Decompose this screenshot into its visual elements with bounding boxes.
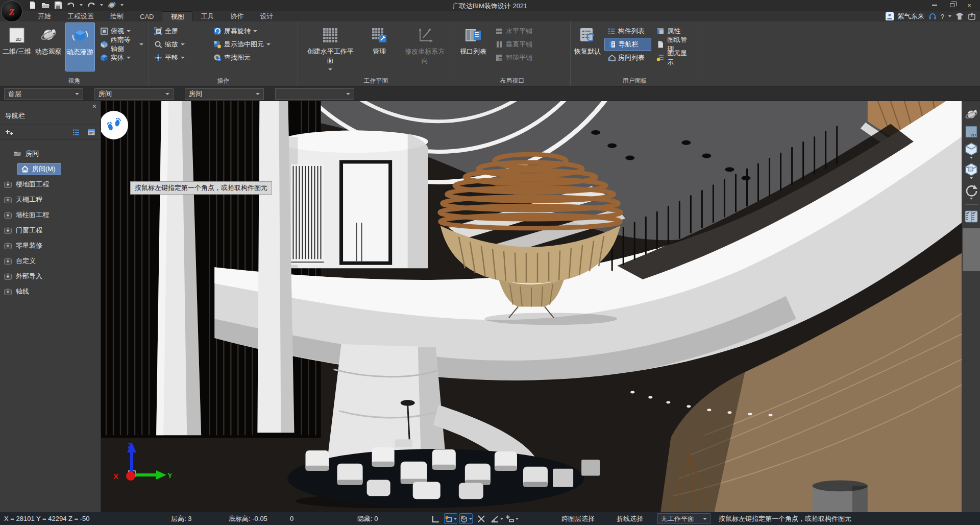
rect-select-mode-button[interactable] bbox=[444, 513, 457, 524]
avatar-icon[interactable] bbox=[886, 12, 894, 20]
room-select-2[interactable]: 房间 bbox=[185, 88, 264, 100]
launcher-icon[interactable] bbox=[968, 12, 976, 20]
empty-select[interactable] bbox=[275, 88, 354, 100]
restore-default-button[interactable]: 恢复默认 bbox=[573, 22, 602, 71]
expand-plus-icon[interactable] bbox=[4, 289, 12, 295]
tree-item-room-root[interactable]: 房间 bbox=[0, 146, 101, 161]
tab-cad[interactable]: CAD bbox=[132, 11, 162, 21]
viewport-canvas[interactable]: 按鼠标左键指定第一个角点，或拾取构件图元 Z Y X bbox=[101, 101, 962, 512]
floor-select[interactable]: 首层 bbox=[4, 88, 83, 100]
svg-text:2D: 2D bbox=[15, 37, 21, 42]
properties-icon bbox=[656, 27, 665, 35]
orbit-button[interactable]: 动态观察 bbox=[34, 22, 63, 71]
element-display-toggle[interactable]: 图元显示 bbox=[653, 51, 697, 64]
selected-room-chip[interactable]: 房间(M) bbox=[17, 163, 61, 175]
rail-rotate-button[interactable] bbox=[964, 182, 979, 201]
toggle-2d3d-button[interactable]: 2D 二维/三维 bbox=[2, 22, 32, 71]
fullscreen-button[interactable]: 全屏 bbox=[151, 25, 208, 38]
vertical-tile-button[interactable]: 垂直平铺 bbox=[492, 38, 535, 51]
rail-3d-box-button[interactable] bbox=[964, 141, 979, 160]
svg-text:Z: Z bbox=[128, 441, 132, 450]
tab-tools[interactable]: 工具 bbox=[192, 11, 222, 21]
screen-rotate-dropdown[interactable]: 屏幕旋转 bbox=[210, 25, 274, 38]
horizontal-tile-icon bbox=[495, 27, 503, 35]
tree-item-room-selected[interactable]: 房间(M) bbox=[0, 161, 101, 177]
close-button[interactable]: × bbox=[961, 0, 978, 10]
smart-tile-icon bbox=[495, 54, 503, 62]
rail-separator bbox=[965, 204, 978, 205]
tree-item-ceiling-works[interactable]: 天棚工程 bbox=[0, 192, 101, 207]
tab-view[interactable]: 视图 bbox=[162, 11, 192, 21]
expand-plus-icon[interactable] bbox=[4, 243, 12, 249]
snap-cross-button[interactable] bbox=[475, 513, 488, 524]
polyline-select-button[interactable]: 折线选择 bbox=[612, 514, 647, 523]
room-select-1[interactable]: 房间 bbox=[94, 88, 174, 100]
component-list-toggle[interactable]: 构件列表 bbox=[604, 25, 651, 38]
headset-icon[interactable] bbox=[928, 12, 937, 20]
help-button[interactable]: ? bbox=[941, 13, 944, 20]
tree-item-axis-lines[interactable]: 轴线 bbox=[0, 284, 101, 299]
app-logo-icon[interactable]: z bbox=[1, 1, 22, 22]
workplane-dropdown[interactable]: 无工作平面 bbox=[657, 513, 710, 524]
expand-plus-icon[interactable] bbox=[4, 181, 12, 188]
cross-layer-select-button[interactable]: 跨图层选择 bbox=[557, 514, 599, 523]
sidebar-close-button[interactable]: × bbox=[92, 103, 96, 110]
chevron-down-icon bbox=[970, 177, 973, 179]
screen-rotate-icon bbox=[213, 27, 222, 35]
tree-item-misc-decoration[interactable]: 零星装修 bbox=[0, 238, 101, 253]
rail-viewlist-button[interactable] bbox=[964, 208, 979, 225]
tree-item-custom[interactable]: 自定义 bbox=[0, 253, 101, 269]
show-selected-dropdown[interactable]: 显示选中图元 bbox=[210, 38, 274, 51]
tree-item-door-window-works[interactable]: 门窗工程 bbox=[0, 223, 101, 238]
find-element-button[interactable]: 查找图元 bbox=[210, 51, 274, 64]
viewport-list-button[interactable]: 视口列表 bbox=[456, 22, 490, 71]
restore-button[interactable] bbox=[943, 0, 961, 10]
modify-ucs-button[interactable]: 修改坐标系方向 bbox=[398, 22, 452, 71]
smart-tile-button[interactable]: 智能平铺 bbox=[492, 51, 535, 64]
skin-icon[interactable] bbox=[955, 12, 964, 20]
tab-project-settings[interactable]: 工程设置 bbox=[59, 11, 102, 21]
ortho-mode-button[interactable] bbox=[429, 513, 442, 524]
expand-plus-icon[interactable] bbox=[4, 212, 12, 219]
title-bar: z 广联达BIM装饰设计 2021 × bbox=[0, 0, 980, 11]
list-view-icon[interactable] bbox=[72, 128, 80, 136]
navigation-bar-toggle[interactable]: 导航栏 bbox=[604, 38, 651, 51]
tab-draw[interactable]: 绘制 bbox=[102, 11, 132, 21]
tree-item-wall-column-works[interactable]: 墙柱面工程 bbox=[0, 207, 101, 223]
tab-collaborate[interactable]: 协作 bbox=[222, 11, 252, 21]
rail-3d-box2-button[interactable] bbox=[964, 161, 979, 180]
username[interactable]: 紫气东来 bbox=[898, 12, 924, 21]
solid-select-mode-button[interactable] bbox=[459, 513, 473, 524]
pan-dropdown[interactable]: 平移 bbox=[151, 51, 208, 64]
minimize-button[interactable] bbox=[926, 0, 943, 10]
viewport-list-icon bbox=[464, 27, 482, 44]
expand-plus-icon[interactable] bbox=[4, 258, 12, 265]
add-annotation-button[interactable] bbox=[505, 513, 519, 524]
angle-snap-button[interactable] bbox=[490, 513, 503, 524]
expand-plus-icon[interactable] bbox=[4, 227, 12, 234]
room-list-toggle[interactable]: 房间列表 bbox=[604, 51, 651, 64]
horizontal-tile-button[interactable]: 水平平铺 bbox=[492, 25, 535, 38]
rail-orbit-button[interactable] bbox=[964, 107, 979, 123]
add-plus-icon[interactable] bbox=[5, 128, 13, 136]
help-dropdown-icon[interactable] bbox=[948, 15, 951, 17]
expand-plus-icon[interactable] bbox=[4, 197, 12, 203]
sw-axonometric-icon bbox=[100, 40, 108, 49]
orbit-icon bbox=[965, 108, 978, 122]
tab-design[interactable]: 设计 bbox=[252, 11, 281, 21]
manage-workplane-button[interactable]: 管理 bbox=[362, 22, 396, 71]
rail-2d-button[interactable]: 2D bbox=[964, 124, 979, 139]
walkthrough-button[interactable]: 动态漫游 bbox=[65, 22, 95, 71]
sw-axonometric-dropdown[interactable]: 西南等轴侧 bbox=[97, 38, 146, 51]
navigation-sidebar: × 导航栏 房间 房间(M) 楼地面工程 bbox=[0, 101, 101, 512]
chevron-down-icon bbox=[469, 518, 472, 520]
create-horizontal-workplane-button[interactable]: 创建水平工作平面 bbox=[300, 22, 360, 71]
zoom-dropdown[interactable]: 缩放 bbox=[151, 38, 208, 51]
rail-scrollbar[interactable] bbox=[963, 228, 980, 271]
solid-style-dropdown[interactable]: 实体 bbox=[97, 51, 146, 64]
tree-item-floor-works[interactable]: 楼地面工程 bbox=[0, 177, 101, 192]
expand-plus-icon[interactable] bbox=[4, 273, 12, 280]
tree-item-external-import[interactable]: 外部导入 bbox=[0, 269, 101, 284]
tab-start[interactable]: 开始 bbox=[30, 11, 59, 21]
panel-view-icon[interactable] bbox=[87, 128, 95, 136]
